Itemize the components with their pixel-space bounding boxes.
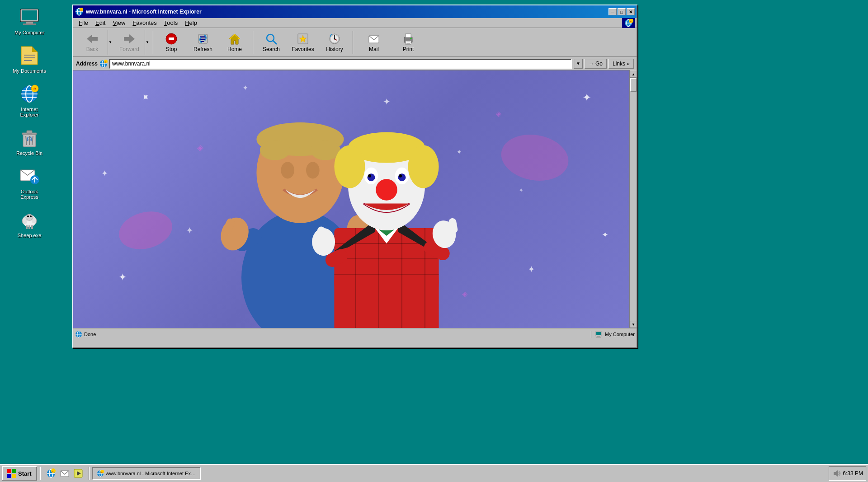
menu-help[interactable]: Help [181,19,201,27]
internet-explorer-label: Internet Explorer [20,107,39,117]
svg-point-85 [281,162,294,178]
svg-point-115 [399,174,402,178]
svg-point-113 [398,173,406,181]
back-icon [86,33,99,45]
svg-rect-18 [27,131,32,133]
outlook-express-icon [19,165,40,187]
ie-window: e www.bnnvara.nl - Microsoft Internet Ex… [72,5,637,348]
svg-text:e: e [52,470,53,473]
svg-rect-7 [24,57,35,58]
desktop-icons: My Computer My Documents e [0,0,59,330]
desktop-icon-recycle-bin[interactable]: Recycle Bin [9,125,50,158]
desktop-icon-internet-explorer[interactable]: e Internet Explorer [9,81,50,119]
back-dropdown-button[interactable]: ▼ [108,30,113,55]
toolbar-divider-2 [253,31,253,54]
sparkle-7: ✦ [118,271,127,283]
taskbar-divider-2 [89,467,90,480]
quick-mail-icon [60,468,70,478]
toolbar-divider-3 [353,31,353,54]
home-button[interactable]: Home [219,30,250,55]
close-button[interactable]: ✕ [627,8,635,15]
desktop-icon-outlook-express[interactable]: Outlook Express [9,164,50,201]
toolbar: Back ▼ Forward ▼ Stop [73,28,637,57]
menu-view[interactable]: View [109,19,129,27]
speaker-icon [832,469,841,478]
scroll-track[interactable] [630,78,637,321]
svg-rect-32 [28,225,30,229]
my-computer-icon [19,6,40,28]
svg-rect-73 [406,43,410,44]
search-button[interactable]: Search [256,30,287,55]
back-button[interactable]: Back [77,30,108,55]
svg-rect-131 [7,474,11,478]
address-ie-icon: e [99,60,108,68]
desktop-icon-my-documents[interactable]: My Documents [9,43,50,75]
menu-file[interactable]: File [75,19,92,27]
menu-edit[interactable]: Edit [92,19,109,27]
stop-button[interactable]: Stop [156,30,187,55]
mail-button[interactable]: Mail [356,30,392,55]
maximize-button[interactable]: □ [618,8,626,15]
window-title: www.bnnvara.nl - Microsoft Internet Expl… [86,9,202,15]
forward-dropdown-button[interactable]: ▼ [145,30,150,55]
taskbar-window-button[interactable]: e www.bnnvara.nl - Microsoft Internet Ex… [92,467,201,480]
svg-point-30 [30,215,32,217]
links-button[interactable]: Links » [609,59,634,69]
svg-point-59 [269,36,272,40]
clock-display: 6:33 PM [843,470,863,477]
status-ie-icon [75,331,82,338]
sparkle-6: ✦ [186,225,193,236]
quick-browser-button[interactable]: e [45,468,57,479]
title-bar-controls: ─ □ ✕ [609,8,635,15]
svg-point-27 [23,220,27,224]
taskbar-ie-icon: e [97,470,104,477]
my-documents-label: My Documents [13,68,46,74]
minimize-button[interactable]: ─ [609,8,617,15]
svg-rect-1 [22,10,37,20]
history-button[interactable]: History [319,30,350,55]
sheep-exe-icon [19,209,40,231]
svg-rect-130 [12,469,16,473]
diamond-2: ◈ [496,109,501,118]
home-icon [228,33,241,45]
svg-rect-33 [31,225,33,229]
menu-favorites[interactable]: Favorites [129,19,160,27]
go-button[interactable]: → Go [585,59,607,69]
favorites-button[interactable]: Favorites [288,30,318,55]
desktop-icon-sheep-exe[interactable]: Sheep.exe [9,207,50,240]
history-icon [328,33,341,45]
svg-point-109 [376,179,398,201]
svg-text:e: e [101,471,103,473]
sparkle-9: ✦ [602,230,609,240]
scroll-up-button[interactable]: ▲ [630,70,637,78]
forward-nav: Forward ▼ [114,30,150,55]
svg-text:e: e [80,9,82,11]
search-icon [265,33,278,45]
svg-point-114 [368,174,372,178]
webpage-bg: ✦ ✦ ✦ ✦ ✦ ✦ ✦ ✦ ✦ ✦ ✦ ◈ ◈ ◈ ◈ [73,70,637,328]
svg-rect-128 [596,337,601,337]
address-dropdown-button[interactable]: ▼ [574,59,583,69]
start-button[interactable]: Start [2,466,37,481]
toolbar-divider-1 [153,31,153,54]
address-input[interactable] [109,59,572,69]
svg-rect-132 [12,474,16,478]
recycle-bin-label: Recycle Bin [16,150,42,156]
quick-ie-icon: e [46,468,56,478]
mail-icon [368,33,380,45]
desktop-icon-my-computer[interactable]: My Computer [9,5,50,37]
print-button[interactable]: Print [393,30,424,55]
quick-mail-button[interactable] [59,468,71,479]
address-label: Address [76,61,98,67]
person-right-svg [310,111,463,328]
scroll-down-button[interactable]: ▼ [630,321,637,328]
menu-tools[interactable]: Tools [160,19,181,27]
quick-media-button[interactable] [72,468,84,479]
svg-rect-31 [26,225,28,229]
svg-point-57 [267,34,274,42]
scroll-thumb[interactable] [630,78,637,92]
svg-rect-47 [169,37,174,40]
svg-marker-45 [124,34,135,43]
forward-button[interactable]: Forward [114,30,145,55]
refresh-button[interactable]: Refresh [188,30,218,55]
